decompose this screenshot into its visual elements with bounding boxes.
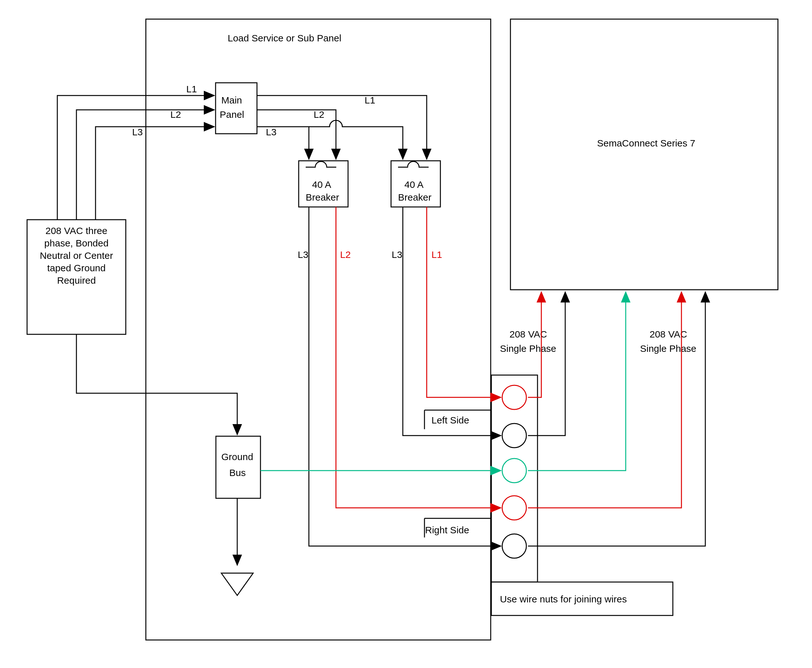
source-label: 208 VAC three phase, Bonded Neutral or C… — [30, 224, 123, 287]
mp-l2-label: L2 — [314, 109, 324, 120]
sema-label: SemaConnect Series 7 — [597, 138, 695, 149]
ground-bus-label-2: Bus — [229, 468, 246, 478]
src-l3-label: L3 — [132, 127, 143, 137]
j3-sema-wire — [528, 293, 626, 471]
main-panel-label-1: Main — [221, 95, 242, 105]
main-panel-label-2: Panel — [220, 109, 244, 120]
b1-l3-label: L3 — [298, 249, 308, 260]
b2-l1-label: L1 — [431, 249, 442, 260]
src-l1-label: L1 — [186, 84, 197, 94]
phase-label-1b: Single Phase — [500, 343, 556, 354]
b2-l3-label: L3 — [392, 249, 402, 260]
j4-sema-wire — [528, 293, 682, 508]
breaker-2-amps: 40 A — [404, 179, 424, 190]
mp-l3a-label: L3 — [266, 127, 276, 137]
src-l2-label: L2 — [170, 109, 181, 120]
wiring-diagram: Load Service or Sub Panel 208 VAC three … — [0, 0, 812, 668]
breaker-2-label: Breaker — [398, 192, 431, 202]
phase-label-2b: Single Phase — [640, 343, 697, 354]
ground-bus-label-1: Ground — [221, 451, 253, 462]
b1-l2-label: L2 — [340, 249, 351, 260]
left-side-label: Left Side — [431, 415, 469, 425]
breaker-1-amps: 40 A — [312, 179, 331, 190]
mp-l1-label: L1 — [364, 95, 375, 105]
wirenuts-label: Use wire nuts for joining wires — [500, 594, 627, 605]
panel-title: Load Service or Sub Panel — [228, 33, 341, 43]
sema-box — [510, 19, 778, 290]
breaker-1-label: Breaker — [306, 192, 339, 202]
main-panel-box — [216, 83, 257, 134]
right-side-label: Right Side — [425, 525, 469, 535]
wirenuts-box-outer — [491, 375, 538, 582]
